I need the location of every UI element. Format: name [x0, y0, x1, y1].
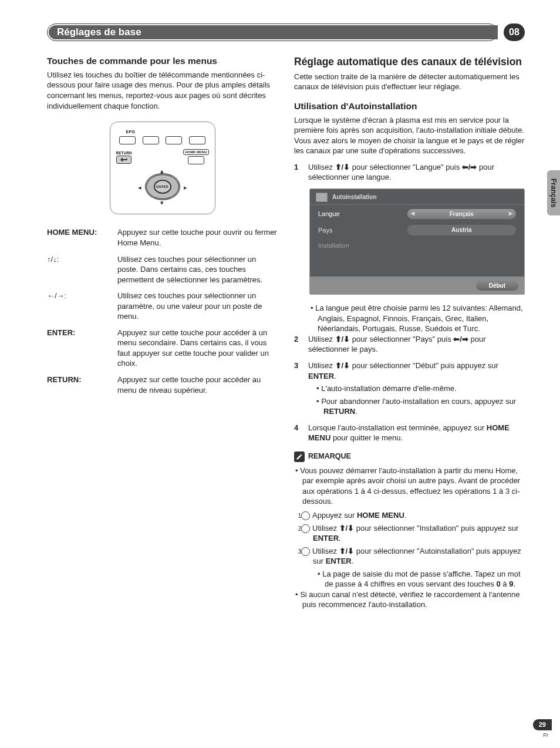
circled-2-icon: 2: [301, 524, 310, 533]
arrow-lr-icon: ⬅/➡: [453, 335, 468, 343]
ss1a: Appuyez sur: [312, 511, 357, 520]
key-row-return: RETURN: Appuyez sur cette touche pour ac…: [47, 375, 278, 395]
s4t1: Lorsque l'auto-installation est terminée…: [308, 423, 487, 432]
step-body-2: Utilisez ⬆/⬇ pour sélectionner "Pays" pu…: [308, 334, 525, 355]
step1-note: La langue peut être choisie parmi les 12…: [294, 303, 525, 334]
note-title: REMARQUE: [308, 452, 351, 461]
key-row-leftright: ←/→: Utilisez ces touches pour sélection…: [47, 291, 278, 322]
note-item-2: Si aucun canal n'est détecté, vérifiez l…: [294, 589, 525, 610]
tri-left-icon: ◀: [411, 211, 414, 217]
dpad-ring: ENTER: [145, 173, 180, 200]
s3s2kw: RETURN: [323, 407, 355, 416]
page-number: 29: [533, 719, 552, 730]
key-term-leftright: ←/→:: [47, 291, 66, 300]
remote-dpad: ▴ ▾ ◂ ▸ ENTER: [139, 168, 186, 205]
key-term-enter: ENTER: [47, 328, 73, 337]
osd-debut-btn: Début: [476, 281, 518, 291]
osd-row-install-label: Installation: [318, 241, 407, 250]
ss3c: .: [352, 557, 354, 565]
remote-btn-1: [119, 136, 136, 144]
s3sub2: Pour abandonner l'auto-installation en c…: [308, 396, 525, 417]
step1-t2: pour sélectionner "Langue" puis: [350, 163, 462, 171]
arrow-ud-icon: ⬆/⬇: [335, 361, 350, 370]
ss3na: La page de saisie du mot de passe s'affi…: [322, 570, 520, 589]
remote-label-blank1: [155, 129, 156, 134]
arrow-ud-icon: ⬆/⬇: [335, 163, 350, 171]
ss3n0: 0: [496, 579, 500, 588]
ss2a: Utilisez: [312, 524, 339, 533]
ss3kw: ENTER: [326, 557, 352, 565]
remote-btn-3: [166, 136, 182, 144]
remote-label-blank2: [176, 129, 177, 134]
osd-title: Autoinstallation: [332, 193, 377, 201]
circled-1-icon: 1: [301, 511, 310, 520]
remote-label-return: RETURN: [116, 151, 132, 156]
key-row-enter: ENTER: Appuyez sur cette touche pour acc…: [47, 328, 278, 369]
osd-row-lang-label: Langue: [318, 210, 407, 218]
step1-t1: Utilisez: [308, 163, 335, 171]
chapter-number: 08: [504, 23, 525, 41]
osd-val-lang: Français: [450, 210, 474, 218]
right-intro: Cette section traite de la manière de dé…: [294, 72, 525, 92]
chapter-title: Réglages de base: [49, 25, 498, 39]
ss2kw: ENTER: [313, 534, 339, 543]
step-num-4: 4: [294, 423, 308, 443]
remote-btn-2: [143, 136, 159, 144]
circled-3-icon: 3: [301, 547, 310, 556]
ss1kw: HOME MENU: [357, 511, 404, 520]
remote-btn-4: [189, 136, 205, 144]
key-term-updown: ↑/↓:: [47, 255, 59, 264]
substep-3: 3Utilisez ⬆/⬇ pour sélectionner "Autoins…: [294, 546, 525, 567]
substep-1: 1Appuyez sur HOME MENU.: [294, 510, 525, 521]
remote-return-btn: [116, 156, 131, 164]
remote-illustration: EPG RETURN HOME MENU: [110, 122, 215, 214]
page-lang: Fr: [533, 732, 548, 739]
key-row-updown: ↑/↓: Utilisez ces touches pour sélection…: [47, 254, 278, 285]
s3t2: pour sélectionner "Début" puis appuyez s…: [350, 361, 498, 370]
remote-label-epg: EPG: [126, 129, 135, 134]
right-h2: Utilisation d'Autoinstallation: [294, 100, 525, 113]
step-num-2: 2: [294, 334, 308, 355]
s3t1: Utilisez: [308, 361, 335, 370]
right-column: Réglage automatique des canaux de télévi…: [294, 55, 525, 614]
remote-home-btn: [188, 156, 204, 164]
osd-row-pays-label: Pays: [318, 226, 407, 235]
s2t2: pour sélectionner "Pays" puis: [350, 335, 453, 343]
key-term-return: RETURN: [47, 375, 79, 384]
language-tab: Français: [547, 170, 560, 215]
right-p2: Lorsque le système d'écran à plasma est …: [294, 115, 525, 156]
note-item-1: Vous pouvez démarrer l'auto-installation…: [294, 466, 525, 507]
key-desc-updown: Utilisez ces touches pour sélectionner u…: [117, 254, 278, 285]
left-intro: Utilisez les touches du boîtier de téléc…: [47, 70, 278, 111]
ss3nb: à: [501, 579, 509, 588]
osd-row-lang-value: ◀ Français ▶: [407, 209, 516, 220]
step-num-1: 1: [294, 162, 308, 183]
s2t1: Utilisez: [308, 335, 335, 343]
step-body-4: Lorsque l'auto-installation est terminée…: [308, 423, 525, 443]
right-h1: Réglage automatique des canaux de télévi…: [294, 55, 525, 69]
ss1b: .: [404, 511, 407, 520]
dpad-enter-btn: ENTER: [154, 180, 171, 194]
page-footer: 29 Fr: [533, 719, 552, 739]
key-desc-home: Appuyez sur cette touche pour ouvrir ou …: [117, 227, 278, 248]
step-2: 2 Utilisez ⬆/⬇ pour sélectionner "Pays" …: [294, 334, 525, 355]
s3sub1: L'auto-installation démarre d'elle-même.: [308, 383, 525, 394]
dpad-right-icon: ▸: [184, 183, 187, 192]
arrow-lr-icon: ⬅/➡: [462, 163, 477, 171]
key-desc-enter: Appuyez sur cette touche pour accéder à …: [117, 328, 278, 369]
step-4: 4 Lorsque l'auto-installation est termin…: [294, 423, 525, 443]
substep-2: 2Utilisez ⬆/⬇ pour sélectionner "Install…: [294, 523, 525, 544]
s4t2: pour quitter le menu.: [330, 433, 403, 442]
ss3a: Utilisez: [312, 547, 339, 555]
step-body-3: Utilisez ⬆/⬇ pour sélectionner "Début" p…: [308, 360, 525, 417]
osd-row-pays-value: Austria: [407, 225, 516, 235]
osd-screenshot: Autoinstallation Langue ◀ Français ▶ Pay…: [309, 188, 525, 295]
dpad-left-icon: ◂: [138, 183, 141, 192]
left-heading: Touches de commande pour les menus: [47, 55, 278, 68]
remote-label-home: HOME MENU: [183, 149, 208, 155]
arrow-ud-icon: ⬆/⬇: [339, 524, 355, 533]
arrow-ud-icon: ⬆/⬇: [339, 547, 355, 555]
ss2c: .: [339, 534, 341, 543]
pencil-icon: [294, 452, 305, 462]
s3t3: .: [334, 372, 336, 380]
